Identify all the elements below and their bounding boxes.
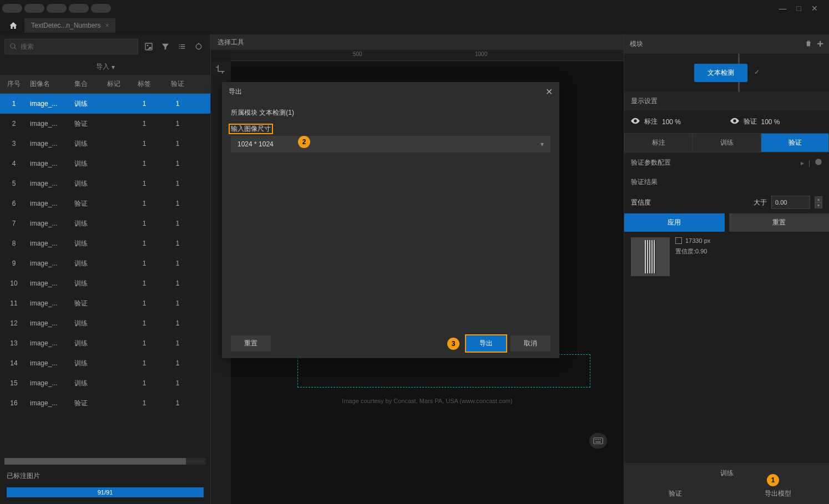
callout-3: 3 [447, 338, 459, 350]
table-row[interactable]: 1 image_... 训练 1 1 [0, 94, 210, 114]
search-input[interactable]: 搜索 [4, 39, 138, 54]
table-row[interactable]: 11 image_... 验证 1 1 [0, 293, 210, 313]
chevron-down-icon: ▾ [112, 63, 115, 71]
svg-rect-6 [600, 439, 601, 440]
display-settings-title: 显示设置 [624, 92, 829, 110]
verify-percent: 100 % [761, 118, 780, 126]
tool-header: 选择工具 [211, 34, 624, 50]
reset-button[interactable]: 重置 [729, 213, 830, 232]
delete-icon[interactable] [805, 39, 812, 49]
window-menu[interactable] [2, 4, 22, 13]
image-size-dropdown[interactable]: 1024 * 1024 ▾ [231, 136, 550, 152]
export-model-button[interactable]: 导出模型 [727, 483, 830, 504]
add-icon[interactable]: + [817, 38, 823, 50]
funnel-icon[interactable] [158, 39, 173, 54]
modal-reset-button[interactable]: 重置 [231, 335, 271, 352]
modal-title: 导出 [229, 87, 545, 96]
svg-rect-3 [595, 439, 596, 440]
confidence-input[interactable] [771, 196, 810, 209]
keyboard-icon[interactable] [589, 433, 607, 449]
svg-rect-5 [598, 439, 599, 440]
col-verify[interactable]: 验证 [161, 75, 194, 93]
modal-cancel-button[interactable]: 取消 [510, 335, 550, 352]
callout-2: 2 [298, 136, 310, 148]
window-menu[interactable] [69, 4, 89, 13]
crop-icon[interactable] [215, 64, 225, 76]
verify-button[interactable]: 验证 [624, 483, 727, 504]
svg-rect-4 [597, 439, 598, 440]
home-icon[interactable] [4, 17, 22, 34]
close-tab-icon[interactable]: × [105, 22, 109, 29]
result-confidence: 置信度:0.90 [675, 247, 710, 256]
svg-rect-7 [596, 442, 601, 443]
col-name[interactable]: 图像名 [28, 75, 72, 93]
minimize-button[interactable]: — [779, 4, 787, 13]
spinner-up[interactable]: ▴ [815, 196, 822, 202]
table-row[interactable]: 6 image_... 验证 1 1 [0, 194, 210, 213]
history-icon[interactable] [815, 158, 822, 167]
result-checkbox[interactable] [675, 237, 682, 244]
camera-icon[interactable] [191, 39, 206, 54]
svg-rect-2 [594, 438, 603, 444]
modal-export-button[interactable]: 导出 [466, 335, 506, 352]
apply-button[interactable]: 应用 [624, 213, 725, 232]
confidence-label: 置信度 [631, 198, 749, 207]
chevron-right-icon[interactable]: ▸ [801, 159, 804, 167]
input-size-label: 输入图像尺寸 [231, 123, 271, 135]
tab-label: TextDetec...n_Numbers [31, 22, 100, 29]
train-button[interactable]: 训练 [624, 463, 829, 483]
svg-point-1 [147, 45, 149, 47]
horizontal-scrollbar[interactable] [4, 458, 206, 465]
image-filter-icon[interactable] [141, 39, 156, 54]
table-row[interactable]: 9 image_... 训练 1 1 [0, 253, 210, 273]
tab-train[interactable]: 训练 [692, 133, 761, 152]
table-row[interactable]: 13 image_... 训练 1 1 [0, 333, 210, 353]
table-row[interactable]: 4 image_... 训练 1 1 [0, 154, 210, 174]
module-label: 所属模块 文本检测(1) [231, 108, 550, 118]
close-window-button[interactable]: ✕ [811, 4, 818, 13]
result-title: 验证结果 [624, 173, 829, 191]
table-row[interactable]: 10 image_... 训练 1 1 [0, 273, 210, 293]
annotation-percent: 100 % [662, 118, 681, 126]
col-tag[interactable]: 标签 [128, 75, 161, 93]
dropdown-value: 1024 * 1024 [237, 140, 540, 148]
table-row[interactable]: 5 image_... 训练 1 1 [0, 174, 210, 194]
gt-label: 大于 [754, 198, 767, 207]
window-menu[interactable] [24, 4, 44, 13]
result-thumbnail[interactable] [631, 237, 670, 276]
tab-annotate[interactable]: 标注 [624, 133, 692, 152]
close-modal-icon[interactable]: ✕ [545, 86, 553, 97]
table-row[interactable]: 12 image_... 训练 1 1 [0, 313, 210, 333]
table-row[interactable]: 3 image_... 训练 1 1 [0, 134, 210, 154]
labeled-status: 已标注图片 [0, 467, 210, 485]
table-row[interactable]: 14 image_... 训练 1 1 [0, 353, 210, 373]
table-row[interactable]: 8 image_... 训练 1 1 [0, 233, 210, 253]
spinner-down[interactable]: ▾ [815, 202, 822, 208]
col-index[interactable]: 序号 [0, 75, 28, 93]
tab-verify[interactable]: 验证 [761, 133, 829, 152]
search-placeholder: 搜索 [21, 42, 34, 52]
table-row[interactable]: 15 image_... 训练 1 1 [0, 373, 210, 393]
col-set[interactable]: 集合 [72, 75, 100, 93]
eye-icon[interactable] [730, 118, 739, 126]
window-menu[interactable] [47, 4, 67, 13]
chevron-down-icon: ▾ [540, 140, 544, 148]
param-config-label: 验证参数配置 [631, 158, 796, 167]
window-menu[interactable] [91, 4, 111, 13]
image-credit: Image courtesy by Concast, Mars PA, USA … [342, 398, 512, 404]
maximize-button[interactable]: □ [797, 4, 801, 13]
table-row[interactable]: 2 image_... 验证 1 1 [0, 114, 210, 134]
list-icon[interactable] [175, 39, 189, 54]
file-tab[interactable]: TextDetec...n_Numbers × [24, 18, 115, 33]
table-row[interactable]: 16 image_... 验证 1 1 [0, 393, 210, 413]
selection-box[interactable] [297, 354, 590, 388]
col-mark[interactable]: 标记 [100, 75, 128, 93]
import-button[interactable]: 导入 ▾ [0, 59, 210, 75]
annotation-label: 标注 [644, 117, 658, 126]
table-row[interactable]: 7 image_... 训练 1 1 [0, 213, 210, 233]
module-panel-title: 模块 [630, 39, 800, 49]
text-detection-node[interactable]: 文本检测 [694, 64, 747, 82]
check-icon: ✓ [754, 68, 760, 82]
eye-icon[interactable] [631, 118, 640, 126]
callout-1: 1 [767, 474, 779, 486]
